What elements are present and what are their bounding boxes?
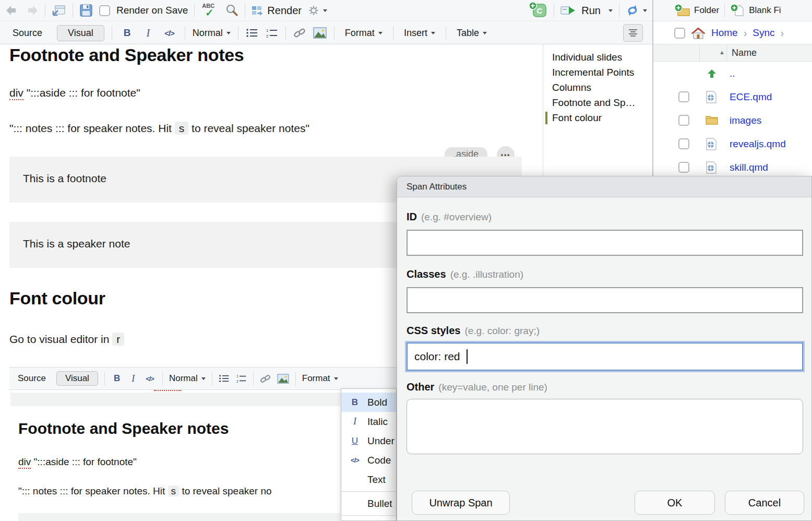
qmd-file-icon [706, 161, 717, 174]
save-icon[interactable] [79, 4, 93, 17]
embedded-bullet-list-icon [219, 374, 230, 383]
breadcrumb-chevron-icon: › [744, 27, 747, 39]
home-icon[interactable] [691, 27, 706, 40]
classes-input[interactable] [407, 287, 803, 313]
up-directory-icon [706, 69, 718, 78]
spellcheck-icon[interactable]: ABC ✓ [201, 3, 219, 18]
file-name: skill.qmd [730, 162, 768, 173]
embedded-screenshot-image: Source Visual B I </> Normal 12 Format F… [9, 367, 397, 521]
ok-button[interactable]: OK [635, 491, 715, 515]
run-icon [560, 5, 577, 16]
paragraph-style-dropdown[interactable]: Normal [193, 28, 231, 39]
format-menu[interactable]: Format [342, 28, 386, 39]
menu-item-bold[interactable]: BBold [341, 393, 396, 412]
embedded-paragraph-dropdown: Normal [169, 373, 206, 384]
tab-visual[interactable]: Visual [57, 25, 104, 41]
render-on-save-checkbox[interactable] [99, 5, 110, 16]
toolbar-separator [185, 26, 185, 40]
other-textarea[interactable] [407, 399, 803, 454]
code-button[interactable]: </> [161, 29, 177, 38]
file-name: revealjs.qmd [730, 138, 786, 150]
doc-paragraph-div[interactable]: div ":::aside ::: for footnote" [9, 87, 140, 99]
outline-item-footnote[interactable]: Footnote and Sp… [552, 95, 653, 110]
image-icon[interactable] [313, 27, 327, 39]
menu-item-bullet-list[interactable]: Bullet [341, 494, 396, 513]
chevron-down-icon [643, 9, 647, 12]
menu-item-italic[interactable]: IItalic [341, 412, 396, 431]
file-row-parent[interactable]: .. [653, 62, 812, 85]
link-icon[interactable] [293, 27, 306, 39]
new-folder-button[interactable]: Folder [674, 4, 719, 17]
file-checkbox[interactable] [678, 91, 689, 102]
chevron-down-icon [226, 32, 231, 34]
embedded-squiggle [154, 390, 181, 391]
footnote-text: This is a footnote [23, 172, 106, 185]
file-checkbox[interactable] [678, 138, 689, 149]
unwrap-span-button[interactable]: Unwrap Span [412, 491, 510, 515]
dialog-title: Span Attributes [397, 176, 811, 197]
file-checkbox[interactable] [678, 162, 689, 173]
toolbar-separator [194, 4, 195, 17]
css-styles-input[interactable] [407, 342, 803, 371]
insert-chunk-icon[interactable]: C [529, 3, 547, 18]
svg-text:1: 1 [266, 28, 269, 33]
file-name: ECE.qmd [730, 91, 772, 103]
italic-button[interactable]: I [142, 27, 154, 39]
render-icon [252, 5, 263, 16]
text-cursor [467, 349, 468, 364]
menu-item-code[interactable]: </>Code [341, 451, 396, 470]
render-button[interactable]: Render [252, 5, 302, 17]
outline-item-font-colour[interactable]: Font colour [552, 110, 653, 125]
inline-code-s: s [175, 122, 189, 135]
numbered-list-icon[interactable]: 12 [266, 28, 278, 38]
doc-paragraph-notes[interactable]: "::: notes ::: for speaker notes. Hit s … [9, 122, 309, 135]
editor-format-toolbar: Source Visual B I </> Normal 12 Format I… [0, 22, 652, 44]
doc-paragraph-visual-editor[interactable]: Go to visual editor in r [9, 333, 124, 346]
select-all-checkbox[interactable] [674, 28, 685, 39]
rerun-button[interactable] [626, 4, 647, 17]
file-row[interactable]: revealjs.qmd [653, 132, 812, 156]
menu-item-underline[interactable]: UUnder [341, 431, 396, 451]
breadcrumb-chevron-icon: › [781, 27, 784, 39]
files-column-header[interactable]: ▲ Name [653, 44, 812, 62]
menu-item-text[interactable]: Text [341, 470, 396, 489]
outline-toggle-button[interactable] [623, 24, 643, 42]
search-icon[interactable] [225, 4, 238, 17]
breadcrumb-sync[interactable]: Sync [753, 27, 774, 39]
new-blank-file-button[interactable]: Blank Fi [730, 4, 781, 17]
files-breadcrumb: Home › Sync › [653, 22, 812, 44]
open-in-new-window-icon[interactable] [52, 4, 66, 17]
toolbar-separator [73, 4, 73, 17]
render-on-save-label: Render on Save [116, 5, 188, 16]
inline-code-r: r [112, 333, 124, 346]
outline-item-columns[interactable]: Columns [552, 80, 653, 95]
bold-button[interactable]: B [120, 27, 135, 39]
render-options-button[interactable] [308, 5, 327, 16]
toolbar-separator [619, 4, 619, 17]
file-checkbox[interactable] [678, 115, 689, 126]
outline-item-incremental-points[interactable]: Incremental Points [552, 65, 653, 80]
embedded-gray-band [10, 393, 340, 406]
id-input[interactable] [407, 230, 803, 256]
file-row[interactable]: images [653, 109, 812, 132]
table-menu[interactable]: Table [453, 28, 490, 39]
back-icon[interactable] [5, 5, 19, 16]
sync-icon [626, 4, 639, 17]
toolbar-separator [393, 26, 393, 40]
insert-menu[interactable]: Insert [401, 28, 438, 39]
outline-item-individual-slides[interactable]: Individual slides [552, 50, 653, 65]
rstudio-window: Render on Save ABC ✓ Render C [0, 0, 812, 521]
file-row[interactable]: ECE.qmd [653, 85, 812, 109]
new-blank-file-icon [730, 4, 745, 17]
outline-icon [628, 29, 638, 37]
forward-icon[interactable] [25, 5, 39, 16]
chevron-down-icon [378, 32, 383, 34]
breadcrumb-home[interactable]: Home [711, 27, 738, 39]
run-button[interactable]: Run [560, 5, 613, 17]
toolbar-separator [554, 4, 554, 17]
cancel-button[interactable]: Cancel [725, 491, 804, 515]
embedded-paragraph-notes: "::: notes ::: for speaker notes. Hit s … [18, 486, 272, 497]
tab-source[interactable]: Source [5, 28, 50, 39]
bullet-list-icon[interactable] [246, 28, 258, 38]
doc-heading-font-colour: Font colour [9, 288, 105, 309]
